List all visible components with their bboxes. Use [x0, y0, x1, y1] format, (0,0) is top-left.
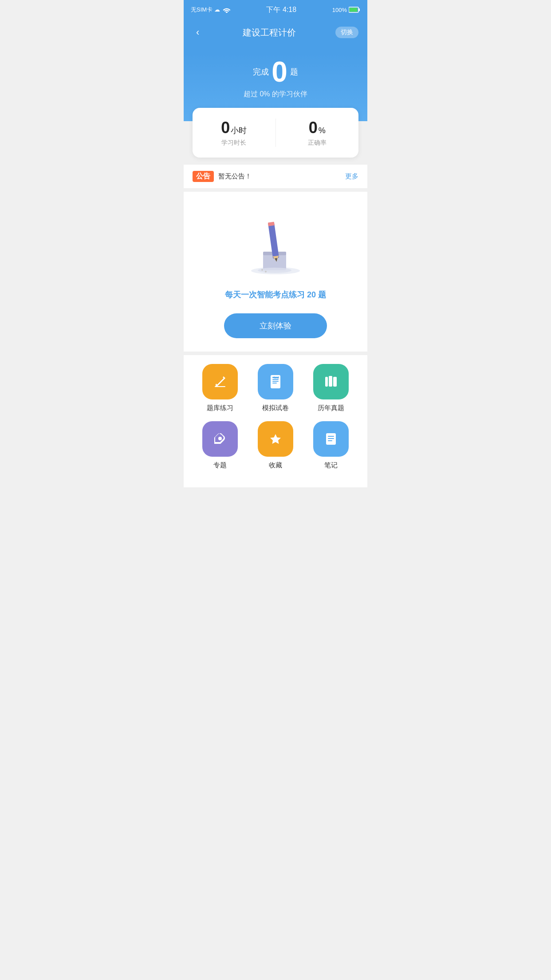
- status-bar: 无SIM卡 ☁ 下午 4:18 100%: [184, 0, 367, 20]
- svg-rect-18: [272, 383, 277, 383]
- notice-more[interactable]: 更多: [345, 172, 358, 181]
- experience-button[interactable]: 立刻体验: [224, 313, 327, 338]
- page-title: 建设工程计价: [203, 27, 335, 39]
- svg-rect-17: [272, 381, 279, 382]
- grid-item-tiku[interactable]: 题库练习: [198, 364, 242, 412]
- stat-accuracy-label: 正确率: [276, 139, 359, 147]
- svg-rect-2: [349, 8, 357, 12]
- svg-rect-31: [328, 440, 332, 441]
- grid-row-1: 题库练习 test 模拟试卷: [193, 364, 358, 412]
- grid-item-notes[interactable]: 笔记: [309, 421, 353, 470]
- star-icon: [266, 430, 285, 448]
- notice-bar: 公告 暂无公告！ 更多: [184, 165, 367, 188]
- svg-rect-1: [358, 8, 360, 11]
- svg-text:test: test: [274, 376, 279, 379]
- battery-percent: 100%: [332, 7, 347, 13]
- page-header: ‹ 建设工程计价 切换: [184, 20, 367, 53]
- shoucang-label: 收藏: [269, 461, 282, 470]
- notes-icon: [322, 430, 340, 448]
- svg-point-26: [218, 437, 222, 440]
- books-icon: [322, 372, 340, 391]
- stat-study-time: 0小时 学习时长: [193, 119, 276, 147]
- moni-label: 模拟试卷: [262, 404, 289, 412]
- grid-section: 题库练习 test 模拟试卷: [184, 355, 367, 487]
- status-left: 无SIM卡 ☁: [191, 6, 231, 14]
- edit-icon: [211, 373, 229, 391]
- pen-icon: [211, 430, 229, 448]
- moni-icon-bg: test: [258, 364, 293, 399]
- back-button[interactable]: ‹: [193, 25, 203, 40]
- completed-suffix: 题: [290, 67, 298, 77]
- notice-tag: 公告: [193, 171, 214, 182]
- svg-rect-25: [334, 378, 336, 385]
- svg-rect-29: [328, 436, 334, 437]
- zhuanti-icon-bg: [202, 421, 238, 457]
- tiku-label: 题库练习: [207, 404, 233, 412]
- notice-text: 暂无公告！: [218, 172, 341, 181]
- stat-accuracy: 0% 正确率: [276, 119, 359, 147]
- svg-point-12: [265, 271, 267, 273]
- status-time: 下午 4:18: [266, 5, 296, 15]
- hero-subtext: 超过 0% 的学习伙伴: [193, 90, 358, 99]
- completed-prefix: 完成: [253, 67, 269, 77]
- stat-time-value: 0小时: [193, 119, 276, 137]
- pencil-illustration: [240, 209, 311, 276]
- switch-button[interactable]: 切换: [335, 27, 358, 38]
- zhuanti-label: 专题: [213, 461, 227, 470]
- shoucang-icon-bg: [258, 421, 293, 457]
- wifi-icon: [223, 7, 231, 13]
- svg-rect-13: [215, 386, 225, 387]
- svg-rect-23: [326, 378, 327, 385]
- completed-row: 完成 0 题: [193, 58, 358, 86]
- svg-rect-24: [329, 377, 332, 385]
- linian-label: 历年真题: [318, 404, 344, 412]
- grid-item-shoucang[interactable]: 收藏: [253, 421, 298, 470]
- divider-1: [184, 188, 367, 192]
- test-icon: test: [266, 372, 285, 391]
- sim-label: 无SIM卡 ☁: [191, 6, 220, 14]
- grid-item-linian[interactable]: 历年真题: [309, 364, 353, 412]
- completed-number: 0: [272, 58, 287, 86]
- svg-rect-16: [272, 379, 279, 380]
- status-right: 100%: [332, 7, 360, 13]
- notes-label: 笔记: [324, 461, 338, 470]
- notes-icon-bg: [313, 421, 349, 457]
- grid-item-zhuanti[interactable]: 专题: [198, 421, 242, 470]
- svg-point-11: [261, 269, 263, 271]
- linian-icon-bg: [313, 364, 349, 399]
- tiku-icon-bg: [202, 364, 238, 399]
- svg-rect-30: [328, 438, 334, 439]
- practice-section: 每天一次智能考点练习 20 题 立刻体验: [184, 192, 367, 352]
- battery-icon: [349, 7, 360, 13]
- stat-accuracy-value: 0%: [276, 119, 359, 137]
- stat-time-label: 学习时长: [193, 139, 276, 147]
- divider-2: [184, 352, 367, 355]
- practice-description: 每天一次智能考点练习 20 题: [193, 289, 358, 300]
- stats-card: 0小时 学习时长 0% 正确率: [193, 108, 358, 158]
- grid-row-2: 专题 收藏 笔记: [193, 421, 358, 470]
- svg-marker-27: [270, 434, 281, 444]
- grid-item-moni[interactable]: test 模拟试卷: [253, 364, 298, 412]
